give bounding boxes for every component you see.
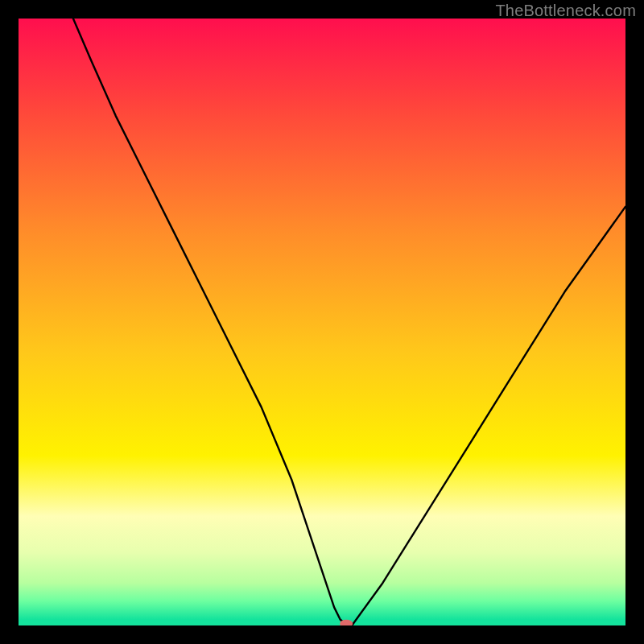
plot-area — [19, 19, 625, 625]
watermark: TheBottleneck.com — [495, 2, 636, 20]
plot-svg — [19, 19, 625, 625]
gradient-backdrop — [19, 19, 625, 625]
chart-outer-frame: TheBottleneck.com — [0, 0, 644, 644]
